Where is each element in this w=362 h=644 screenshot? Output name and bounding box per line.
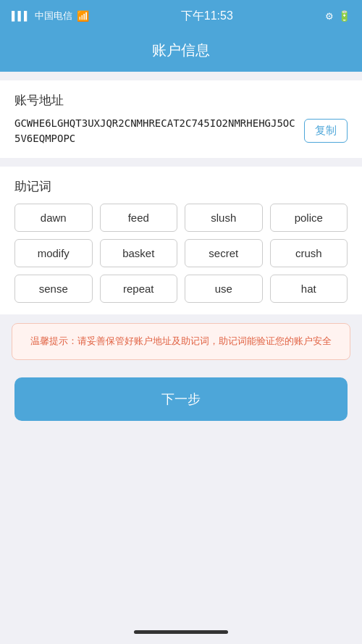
warning-section: 温馨提示：请妥善保管好账户地址及助记词，助记词能验证您的账户安全 [12,323,350,360]
mnemonic-word-1: dawn [14,204,93,232]
mnemonic-word-4: police [270,204,348,232]
next-button[interactable]: 下一步 [14,377,348,421]
account-address-section: 账号地址 GCWHE6LGHQT3UXJQR2CNMHRECAT2C745IO2… [0,80,362,158]
mnemonic-section: 助记词 dawnfeedslushpolicemodifybasketsecre… [0,167,362,314]
address-text: GCWHE6LGHQT3UXJQR2CNMHRECAT2C745IO2NMRHE… [14,116,297,146]
content-area: 账号地址 GCWHE6LGHQT3UXJQR2CNMHRECAT2C745IO2… [0,80,362,432]
mnemonic-word-3: slush [185,204,263,232]
mnemonic-word-12: hat [270,275,348,303]
mnemonic-grid: dawnfeedslushpolicemodifybasketsecretcru… [14,204,348,303]
warning-text: 温馨提示：请妥善保管好账户地址及助记词，助记词能验证您的账户安全 [24,334,338,349]
mnemonic-label: 助记词 [14,178,348,195]
page-header: 账户信息 [0,32,362,72]
mnemonic-word-5: modify [14,239,93,267]
battery-icon: 🔋 [338,10,350,22]
mnemonic-word-7: secret [185,239,263,267]
page-title: 账户信息 [152,42,210,58]
status-bar: ▌▌▌ 中国电信 📶 下午11:53 ⚙ 🔋 [0,0,362,32]
status-bar-time: 下午11:53 [181,9,233,24]
mnemonic-word-11: use [185,275,263,303]
status-bar-left: ▌▌▌ 中国电信 📶 [12,9,89,22]
mnemonic-word-2: feed [100,204,178,232]
account-address-label: 账号地址 [14,92,348,109]
mnemonic-word-8: crush [270,239,348,267]
mnemonic-word-9: sense [14,275,93,303]
signal-icon: ▌▌▌ [12,11,30,21]
settings-icon: ⚙ [325,11,334,22]
mnemonic-word-10: repeat [100,275,178,303]
carrier-label: 中国电信 [35,9,72,22]
next-button-container: 下一步 [0,360,362,432]
home-area [0,619,362,644]
status-bar-right: ⚙ 🔋 [325,10,350,22]
home-indicator [134,630,228,634]
mnemonic-word-6: basket [100,239,178,267]
address-row: GCWHE6LGHQT3UXJQR2CNMHRECAT2C745IO2NMRHE… [14,116,348,146]
wifi-icon: 📶 [77,10,89,22]
copy-button[interactable]: 复制 [304,119,348,143]
